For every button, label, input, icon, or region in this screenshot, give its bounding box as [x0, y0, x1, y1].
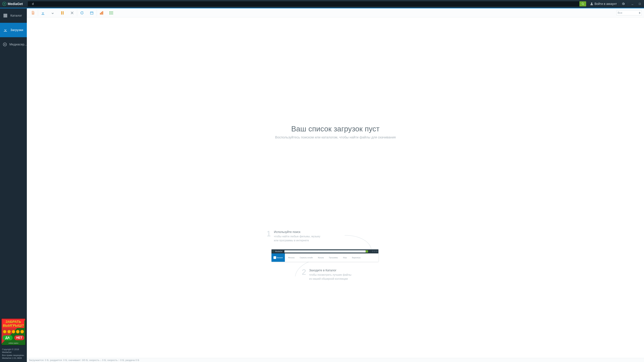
guide-step-text: Заходите в Каталог чтобы посмотреть лучш… — [309, 269, 351, 281]
file-add-icon — [31, 11, 35, 15]
svg-rect-3 — [5, 14, 6, 15]
svg-rect-20 — [100, 13, 101, 14]
svg-rect-5 — [4, 15, 5, 16]
guide-step-2: 2 Заходите в Каталог чтобы посмотреть лу… — [302, 269, 394, 281]
svg-rect-15 — [63, 11, 64, 14]
refresh-icon — [80, 11, 84, 15]
minimize-button[interactable] — [630, 1, 635, 7]
maximize-button[interactable] — [637, 1, 643, 7]
mini-tab: Фильмы — [288, 257, 295, 259]
sidebar-item-catalog[interactable]: Каталог — [0, 8, 27, 23]
mini-window-controls — [372, 251, 378, 252]
ad-headline: ЗАБРАТЬВЫИГРЫШ? — [2, 320, 24, 328]
mini-tab: Музыка — [318, 257, 324, 259]
svg-rect-14 — [61, 11, 62, 14]
svg-rect-10 — [6, 16, 7, 17]
ad-buttons: ДА НЕТ — [2, 335, 24, 340]
bar-chart-icon — [100, 11, 104, 14]
app-logo: MediaGet — [0, 2, 27, 6]
app-name: MediaGet — [8, 2, 23, 6]
ad-banner[interactable]: ЗАБРАТЬВЫИГРЫШ? ДА НЕТ online casino — [1, 319, 26, 345]
spinner-icon — [639, 12, 640, 14]
ad-coins — [2, 330, 24, 334]
svg-rect-26 — [110, 13, 113, 13]
cast-icon — [3, 42, 7, 47]
guide: 1 Используйте поиск чтобы найти любые фи… — [267, 230, 394, 281]
guide-step-title: Используйте поиск — [274, 230, 320, 234]
svg-rect-21 — [101, 12, 102, 14]
svg-rect-0 — [632, 4, 634, 5]
main: Все Ваш список загрузок пуст Воспользуйт… — [27, 8, 644, 362]
refresh-button[interactable] — [77, 8, 87, 17]
mini-body: Каталог Фильмы Сериалы онлайн Музыка Про… — [272, 253, 378, 262]
sidebar-item-downloads[interactable]: Загрузки — [0, 23, 27, 37]
mini-side-label: Каталог — [277, 257, 283, 259]
app-window: MediaGet Войти в аккаунт — [0, 0, 644, 362]
user-icon — [590, 2, 593, 5]
guide-mini-window: MediaGet Каталог Фильмы — [271, 249, 379, 262]
resume-button[interactable] — [38, 8, 48, 17]
minimize-icon — [631, 2, 634, 5]
svg-rect-9 — [5, 16, 6, 17]
status-bar: Загружается: 0 Б; раздается: 0 Б; скачив… — [27, 358, 644, 362]
svg-rect-7 — [6, 15, 7, 16]
svg-rect-28 — [110, 14, 113, 14]
mini-app-name: MediaGet — [275, 251, 282, 252]
guide-step-number: 2 — [302, 269, 306, 276]
search-wrap — [27, 1, 587, 6]
schedule-button[interactable] — [87, 8, 96, 17]
ad-no-button[interactable]: НЕТ — [14, 335, 24, 340]
pause-icon — [61, 11, 64, 14]
svg-rect-25 — [110, 12, 110, 13]
search-input[interactable] — [28, 1, 580, 6]
settings-button[interactable] — [620, 1, 626, 7]
ad-footer: online casino — [2, 342, 24, 344]
search-icon — [582, 2, 584, 5]
mini-search — [284, 250, 366, 253]
filter-select[interactable]: Все — [616, 10, 642, 15]
empty-state: Ваш список загрузок пуст Воспользуйтесь … — [27, 125, 644, 139]
sidebar: Каталог Загрузки Медиасер... ЗАБРАТЬВЫИГ… — [0, 8, 27, 362]
svg-rect-2 — [4, 14, 5, 15]
body: Каталог Загрузки Медиасер... ЗАБРАТЬВЫИГ… — [0, 8, 644, 362]
sidebar-item-label: Каталог — [10, 14, 22, 17]
svg-rect-16 — [90, 12, 93, 14]
filter-value: Все — [618, 11, 622, 14]
status-text: Загружается: 0 Б; раздается: 0 Б; скачив… — [29, 359, 139, 362]
down-button[interactable] — [48, 8, 58, 17]
download-icon — [3, 27, 8, 33]
svg-rect-6 — [5, 15, 6, 16]
download-active-icon — [41, 11, 44, 15]
grid-icon — [3, 13, 8, 18]
svg-rect-13 — [42, 14, 44, 15]
separator — [628, 2, 628, 6]
add-torrent-button[interactable] — [28, 8, 38, 17]
mini-tab: Сериалы онлайн — [300, 257, 313, 259]
remove-button[interactable] — [67, 8, 77, 17]
empty-title: Ваш список загрузок пуст — [27, 125, 644, 133]
calendar-icon — [90, 11, 94, 15]
play-circle-icon — [2, 2, 6, 6]
svg-marker-12 — [4, 44, 6, 45]
gear-icon — [622, 2, 625, 5]
login-link[interactable]: Войти в аккаунт — [590, 2, 617, 6]
mini-sidebar: Каталог — [272, 253, 285, 262]
sidebar-item-mediaserver[interactable]: Медиасер... — [0, 37, 27, 52]
guide-step-text: Используйте поиск чтобы найти любые филь… — [274, 230, 320, 243]
content-area: Ваш список загрузок пуст Воспользуйтесь … — [27, 17, 644, 358]
guide-step-1: 1 Используйте поиск чтобы найти любые фи… — [267, 230, 394, 243]
empty-subtitle: Воспользуйтесь поиском или каталогом, чт… — [27, 135, 644, 139]
ad-yes-button[interactable]: ДА — [2, 335, 12, 340]
svg-rect-22 — [102, 11, 103, 14]
copyright: Copyright © 2016 MediaGet Все права защи… — [0, 347, 27, 362]
stats-button[interactable] — [97, 8, 106, 17]
mini-tabs: Фильмы Сериалы онлайн Музыка Программы И… — [285, 253, 378, 262]
svg-rect-1 — [639, 3, 640, 4]
search-button[interactable] — [580, 1, 586, 6]
maximize-icon — [639, 3, 641, 5]
svg-rect-27 — [110, 14, 110, 14]
sidebar-spacer — [0, 52, 27, 317]
pause-button[interactable] — [58, 8, 67, 17]
list-button[interactable] — [106, 8, 116, 17]
guide-step-sub: чтобы посмотреть лучшие файлыиз нашей об… — [309, 273, 351, 281]
